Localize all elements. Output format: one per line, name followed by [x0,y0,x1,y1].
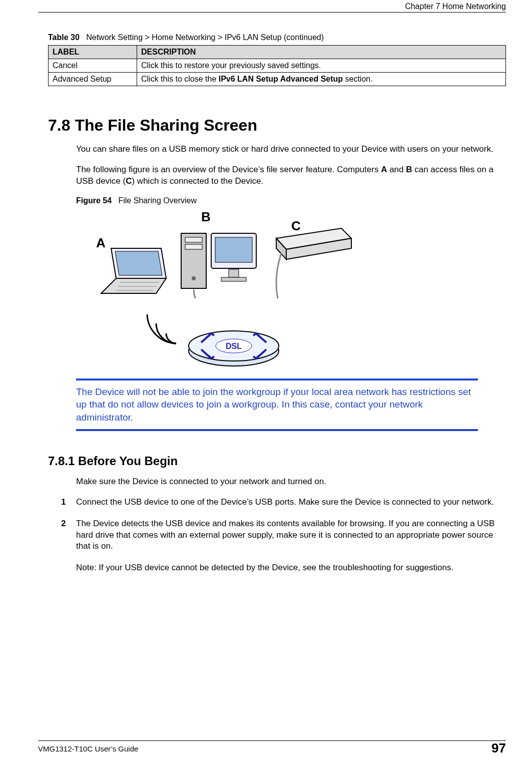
page-number: 97 [491,740,506,756]
table-caption: Table 30 Network Setting > Home Networki… [48,33,506,42]
cell-label: Cancel [49,59,137,73]
svg-rect-11 [215,237,252,262]
running-header: Chapter 7 Home Networking [405,2,506,11]
p2-pre: The following figure is an overview of t… [76,165,381,174]
svg-marker-2 [101,278,166,293]
subsection-intro: Make sure the Device is connected to you… [76,476,506,488]
p2-post: ) which is connected to the Device. [132,176,263,186]
section-heading: 7.8 The File Sharing Screen [48,116,506,135]
step-number: 1 [61,497,76,508]
wifi-icon [141,308,186,348]
cell-desc: Click this to close the IPv6 LAN Setup A… [137,73,506,86]
cell-label: Advanced Setup [49,73,137,86]
figure-label-B: B [201,209,211,225]
col-description: DESCRIPTION [137,46,506,59]
svg-rect-8 [185,244,202,249]
step-number: 2 [61,518,76,553]
p2-mid1: and [387,165,406,174]
router-label: DSL [226,342,242,350]
svg-marker-1 [115,251,162,275]
note: Note: If your USB device cannot be detec… [76,562,506,574]
p2-C: C [126,176,132,186]
svg-rect-12 [229,269,239,277]
step-item: 1 Connect the USB device to one of the D… [61,497,506,508]
table-row: Advanced Setup Click this to close the I… [49,73,506,86]
svg-point-9 [192,276,196,280]
parameter-table: LABEL DESCRIPTION Cancel Click this to r… [48,45,506,86]
p2-A: A [381,165,387,174]
info-callout: The Device will not be able to join the … [76,378,478,431]
section-para-1: You can share files on a USB memory stic… [76,144,506,155]
svg-rect-7 [185,237,202,242]
step-text: The Device detects the USB device and ma… [76,518,506,553]
section-para-2: The following figure is an overview of t… [76,164,506,187]
usb-drive-icon [266,223,356,298]
table-row: Cancel Click this to restore your previo… [49,59,506,73]
step-item: 2 The Device detects the USB device and … [61,518,506,553]
footer-rule [38,740,506,741]
laptop-icon [96,243,171,298]
svg-rect-13 [221,277,246,281]
figure-diagram: A B C [76,208,356,368]
p2-B: B [406,165,412,174]
footer-doc-title: VMG1312-T10C User’s Guide [38,744,138,753]
cell-desc-bold: IPv6 LAN Setup Advanced Setup [219,75,343,83]
router-icon: DSL [186,323,281,368]
table-caption-text: Network Setting > Home Networking > IPv6… [86,33,324,42]
table-number: Table 30 [48,33,80,42]
figure-number: Figure 54 [76,196,112,205]
subsection-heading: 7.8.1 Before You Begin [48,454,506,468]
col-label: LABEL [49,46,137,59]
header-rule [38,12,506,13]
figure-caption-text: File Sharing Overview [118,196,197,205]
figure-caption: Figure 54 File Sharing Overview [76,196,506,205]
table-header-row: LABEL DESCRIPTION [49,46,506,59]
desktop-icon [176,223,261,298]
cell-desc: Click this to restore your previously sa… [137,59,506,73]
steps-list: 1 Connect the USB device to one of the D… [61,497,506,553]
note-label: Note: [76,563,99,572]
cell-desc-pre: Click this to close the [141,75,219,83]
note-text: If your USB device cannot be detected by… [99,563,453,572]
cell-desc-post: section. [343,75,373,83]
step-text: Connect the USB device to one of the Dev… [76,497,506,508]
